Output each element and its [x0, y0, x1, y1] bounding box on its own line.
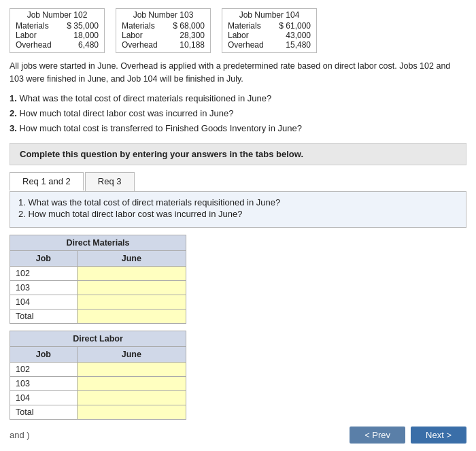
job-row-value: $ 68,000: [167, 21, 205, 31]
dm-input-field[interactable]: [83, 269, 180, 278]
dm-job-label: 103: [10, 280, 78, 295]
direct-labor-table: Direct Labor Job June 102 103 104 Total: [10, 331, 186, 420]
table-row: 103: [10, 280, 186, 295]
dm-input-field[interactable]: [83, 297, 180, 307]
job-row: Overhead15,480: [228, 40, 311, 50]
prev-button[interactable]: < Prev: [350, 427, 405, 444]
job-info-section: Job Number 102Materials$ 35,000Labor18,0…: [10, 8, 466, 53]
job-row: Materials$ 61,000: [228, 21, 311, 31]
tab-question: 2. How much total direct labor cost was …: [18, 209, 458, 219]
job-title: Job Number 103: [122, 10, 205, 20]
job-row-label: Materials: [122, 21, 155, 31]
job-row: Overhead10,188: [122, 40, 205, 50]
job-row-label: Materials: [16, 21, 49, 31]
dm-col-job: Job: [10, 250, 78, 266]
table-row: 104: [10, 295, 186, 309]
job-row: Labor43,000: [228, 31, 311, 40]
bottom-nav: and ) < Prev Next >: [10, 427, 466, 444]
table-row: 102: [10, 362, 186, 376]
dl-input-field[interactable]: [83, 379, 180, 388]
dl-job-label: 102: [10, 362, 78, 376]
job-title: Job Number 102: [16, 10, 99, 20]
job-row: Overhead6,480: [16, 40, 99, 50]
dm-job-label: 104: [10, 295, 78, 309]
tab-0[interactable]: Req 1 and 2: [10, 172, 84, 191]
narrative-content: All jobs were started in June. Overhead …: [10, 61, 450, 84]
and-paren-text: and ): [10, 430, 30, 440]
dl-section-header: Direct Labor: [10, 331, 186, 346]
tabs-row: Req 1 and 2Req 3: [10, 172, 466, 191]
tab-1[interactable]: Req 3: [85, 172, 135, 191]
job-row-value: 28,300: [167, 31, 205, 40]
job-row-label: Labor: [228, 31, 249, 40]
table-row: Total: [10, 309, 186, 323]
dl-june-input[interactable]: [77, 405, 186, 419]
dl-job-label: 104: [10, 390, 78, 405]
tab-question: 1. What was the total cost of direct mat…: [18, 197, 458, 207]
dm-june-input[interactable]: [77, 280, 186, 295]
job-row-value: 10,188: [167, 40, 205, 50]
dl-col-june: June: [77, 346, 186, 362]
next-button[interactable]: Next >: [411, 427, 466, 444]
dl-input-field[interactable]: [83, 407, 180, 417]
job-row-label: Overhead: [16, 40, 52, 50]
job-row-value: 43,000: [273, 31, 311, 40]
question-text: How much total cost is transferred to Fi…: [19, 123, 301, 133]
question-text: How much total direct labor cost was inc…: [19, 108, 233, 118]
job-row-value: 15,480: [273, 40, 311, 50]
question-item: 2. How much total direct labor cost was …: [10, 106, 466, 121]
dm-input-field[interactable]: [83, 283, 180, 293]
table-row: Total: [10, 405, 186, 419]
table-row: 102: [10, 266, 186, 280]
job-row: Materials$ 35,000: [16, 21, 99, 31]
question-item: 3. How much total cost is transferred to…: [10, 121, 466, 136]
table-row: 103: [10, 376, 186, 390]
job-row-value: $ 61,000: [273, 21, 311, 31]
table-row: 104: [10, 390, 186, 405]
job-box: Job Number 104Materials$ 61,000Labor43,0…: [222, 8, 317, 53]
dl-june-input[interactable]: [77, 390, 186, 405]
job-row: Materials$ 68,000: [122, 21, 205, 31]
dm-job-label: Total: [10, 309, 78, 323]
job-box: Job Number 103Materials$ 68,000Labor28,3…: [116, 8, 211, 53]
direct-labor-section: Direct Labor Job June 102 103 104 Total: [10, 331, 466, 420]
dl-june-input[interactable]: [77, 362, 186, 376]
question-number: 1.: [10, 93, 17, 103]
question-item: 1. What was the total cost of direct mat…: [10, 91, 466, 106]
narrative-text: All jobs were started in June. Overhead …: [10, 60, 466, 86]
tab-content: 1. What was the total cost of direct mat…: [10, 191, 466, 228]
dl-job-label: 103: [10, 376, 78, 390]
job-row-label: Overhead: [228, 40, 264, 50]
dl-job-label: Total: [10, 405, 78, 419]
job-row-label: Labor: [16, 31, 37, 40]
job-row-value: 6,480: [61, 40, 99, 50]
dl-june-input[interactable]: [77, 376, 186, 390]
direct-materials-table: Direct Materials Job June 102 103 104 To…: [10, 235, 186, 324]
dm-june-input[interactable]: [77, 295, 186, 309]
questions-section: 1. What was the total cost of direct mat…: [10, 91, 466, 136]
complete-text: Complete this question by entering your …: [20, 149, 303, 159]
dl-input-field[interactable]: [83, 393, 180, 403]
complete-box: Complete this question by entering your …: [10, 143, 466, 165]
question-text: What was the total cost of direct materi…: [19, 93, 271, 103]
question-number: 2.: [10, 108, 17, 118]
job-row-value: $ 35,000: [61, 21, 99, 31]
job-row-value: 18,000: [61, 31, 99, 40]
dl-col-job: Job: [10, 346, 78, 362]
dm-col-june: June: [77, 250, 186, 266]
dm-job-label: 102: [10, 266, 78, 280]
job-row: Labor28,300: [122, 31, 205, 40]
job-row-label: Materials: [228, 21, 261, 31]
nav-buttons: < Prev Next >: [350, 427, 466, 444]
job-row-label: Overhead: [122, 40, 158, 50]
direct-materials-section: Direct Materials Job June 102 103 104 To…: [10, 235, 466, 324]
dm-input-field[interactable]: [83, 312, 180, 321]
question-number: 3.: [10, 123, 17, 133]
job-row: Labor18,000: [16, 31, 99, 40]
dm-section-header: Direct Materials: [10, 235, 186, 250]
dl-input-field[interactable]: [83, 365, 180, 374]
job-row-label: Labor: [122, 31, 143, 40]
dm-june-input[interactable]: [77, 309, 186, 323]
dm-june-input[interactable]: [77, 266, 186, 280]
job-box: Job Number 102Materials$ 35,000Labor18,0…: [10, 8, 105, 53]
